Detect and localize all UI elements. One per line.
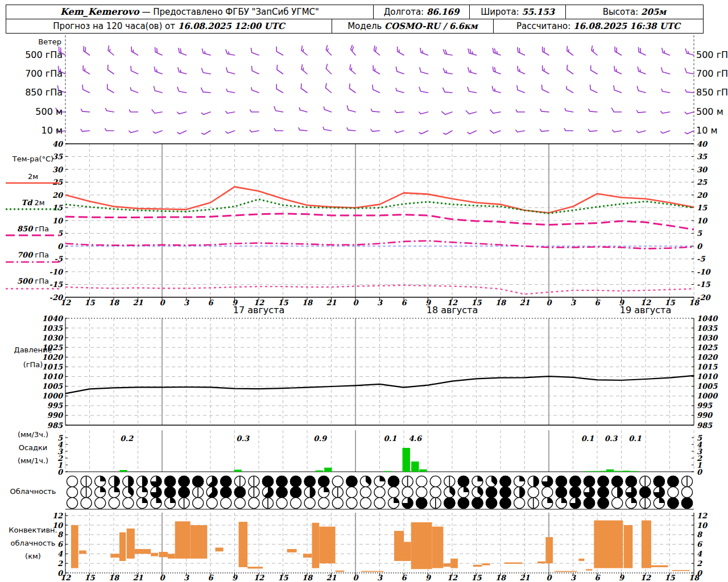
precip-bar <box>584 471 591 472</box>
wind-barb <box>252 66 259 74</box>
convective-ytick-right: 10 <box>697 521 708 530</box>
cloud-cover-symbol-fill <box>570 476 581 487</box>
x-tick-label-top: 6 <box>401 298 407 307</box>
wind-barb <box>276 47 283 56</box>
x-tick-label-bottom: 21 <box>519 573 530 582</box>
cloud-cover-symbol-fill <box>388 476 399 487</box>
pressure-ytick-left: 990 <box>47 411 64 419</box>
convective-cloud-bar <box>110 554 119 558</box>
pressure-ytick-left: 1030 <box>42 334 64 342</box>
cloud-cover-symbol-fill <box>346 476 357 487</box>
cloud-cover-symbol <box>109 497 119 508</box>
cloud-cover-symbol-fill <box>626 476 636 487</box>
cloud-cover-symbol <box>402 487 413 497</box>
convective-cloud-bar <box>642 521 651 568</box>
wind-barb <box>636 131 646 132</box>
wind-barb <box>152 110 162 113</box>
wind-barb <box>540 109 549 112</box>
wind-barb <box>351 45 355 56</box>
wind-level-label-left: 500 гПа <box>25 49 63 60</box>
wind-barb <box>202 49 210 55</box>
wind-barb <box>565 109 573 113</box>
wind-barb <box>84 47 90 55</box>
wind-barb <box>661 89 669 93</box>
cloud-cover-symbol-fill <box>310 487 316 497</box>
wind-barb <box>274 106 283 112</box>
precip-bar <box>622 471 630 472</box>
wind-barb <box>685 68 694 74</box>
wind-barb <box>492 86 500 93</box>
x-tick-label-bottom: 18 <box>109 573 120 582</box>
wind-barb <box>108 46 114 55</box>
wind-barb <box>81 129 90 131</box>
wind-level-label-right: 850 гПа <box>696 87 728 98</box>
wind-barb <box>468 49 477 55</box>
wind-barb <box>661 68 670 74</box>
wind-barb <box>398 47 404 56</box>
temp-ytick-left: 10 <box>52 217 64 225</box>
wind-barb <box>614 86 622 93</box>
wind-barb <box>612 108 622 112</box>
precip-bar <box>324 468 332 472</box>
cloud-cover-symbol <box>234 497 245 508</box>
precip-3h-label: 0.3 <box>236 434 250 443</box>
x-tick-label-bottom: 18 <box>689 573 700 582</box>
wind-barb <box>373 66 379 74</box>
x-tick-label-top: 18 <box>689 298 700 307</box>
cloud-cover-symbol-fill <box>547 497 553 503</box>
cloud-cover-symbol <box>430 487 441 497</box>
cloud-cover-symbol <box>374 487 385 497</box>
cloud-cover-symbol-fill <box>164 476 175 487</box>
wind-barb <box>516 130 525 132</box>
wind-level-label-left: 10 м <box>41 125 63 136</box>
cloud-cover-symbol-fill <box>114 476 120 487</box>
convective-cloud-bar <box>443 563 450 567</box>
wind-barb <box>516 110 524 112</box>
wind-barb <box>374 46 380 55</box>
convective-cloud-bar <box>312 523 320 568</box>
wind-barb <box>326 64 331 74</box>
wind-barb <box>444 131 452 135</box>
temp-ytick-right: 20 <box>697 191 708 199</box>
temp-ytick-left: 40 <box>52 140 64 148</box>
convective-ytick-right: 8 <box>697 530 703 539</box>
wind-barb <box>685 90 694 93</box>
x-tick-label-top: 18 <box>302 298 313 307</box>
cloud-cover-symbol-fill <box>556 476 566 487</box>
cloud-cover-symbol-fill <box>668 497 679 508</box>
convective-cloud-bar <box>247 567 263 568</box>
wind-barb <box>153 131 162 133</box>
pressure-ytick-right: 1000 <box>697 392 718 400</box>
temp-ytick-right: 30 <box>697 165 708 174</box>
x-tick-label-bottom: 15 <box>664 573 675 582</box>
convective-ytick-left: 12 <box>52 512 63 520</box>
pressure-ytick-left: 985 <box>47 421 63 430</box>
wind-barb <box>324 107 332 112</box>
precip-3h-label: 0.9 <box>313 434 328 443</box>
cloud-cover-symbol-fill <box>100 487 106 492</box>
x-tick-label-top: 6 <box>594 298 601 307</box>
convective-ytick-right: 12 <box>697 512 708 520</box>
precip-ytick-left: 0 <box>57 468 64 476</box>
cloud-cover-symbol-fill <box>477 476 483 481</box>
cloud-cover-symbol <box>221 497 231 508</box>
wind-barb <box>442 111 452 114</box>
precip-3h-label: 0.1 <box>384 434 397 443</box>
cloud-cover-symbol-fill <box>142 487 148 492</box>
cloud-cover-symbol-fill <box>221 487 231 497</box>
pressure-ytick-left: 1020 <box>42 353 64 361</box>
pressure-ytick-right: 1020 <box>697 353 718 361</box>
temp-ytick-right: 35 <box>697 152 708 161</box>
wind-barb <box>131 66 138 74</box>
x-tick-label-bottom: 6 <box>208 573 214 582</box>
cloud-cover-symbol-fill <box>519 476 525 481</box>
wind-barb <box>589 129 598 131</box>
pressure-ytick-right: 985 <box>697 421 713 430</box>
wind-barb <box>590 85 598 93</box>
temp-ytick-left: 15 <box>52 203 63 212</box>
cloud-cover-symbol-fill <box>221 476 231 487</box>
wind-barb <box>274 128 283 131</box>
x-tick-label-top: 15 <box>84 298 95 307</box>
convective-ytick-left: 2 <box>57 559 63 568</box>
x-tick-label-top: 12 <box>60 298 71 307</box>
